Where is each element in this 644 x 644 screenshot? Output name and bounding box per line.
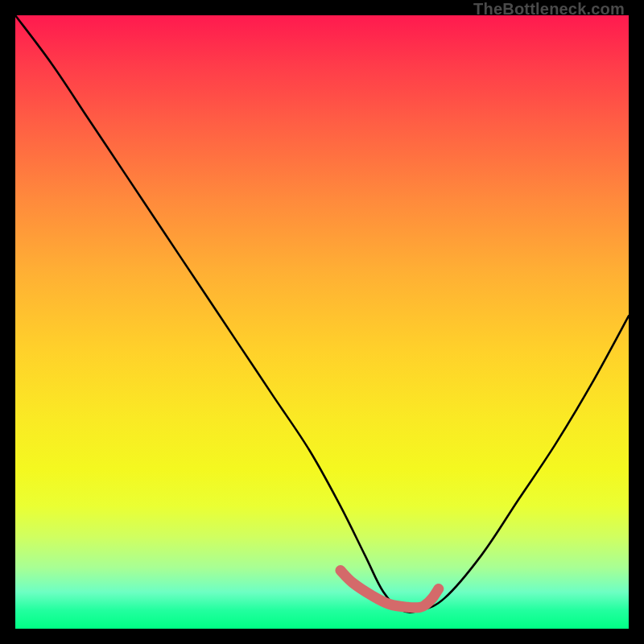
- highlight-segment: [341, 571, 439, 608]
- bottleneck-curve: [15, 15, 629, 613]
- chart-area: [15, 15, 629, 629]
- watermark-text: TheBottleneck.com: [473, 0, 625, 19]
- bottleneck-chart-svg: [15, 15, 629, 629]
